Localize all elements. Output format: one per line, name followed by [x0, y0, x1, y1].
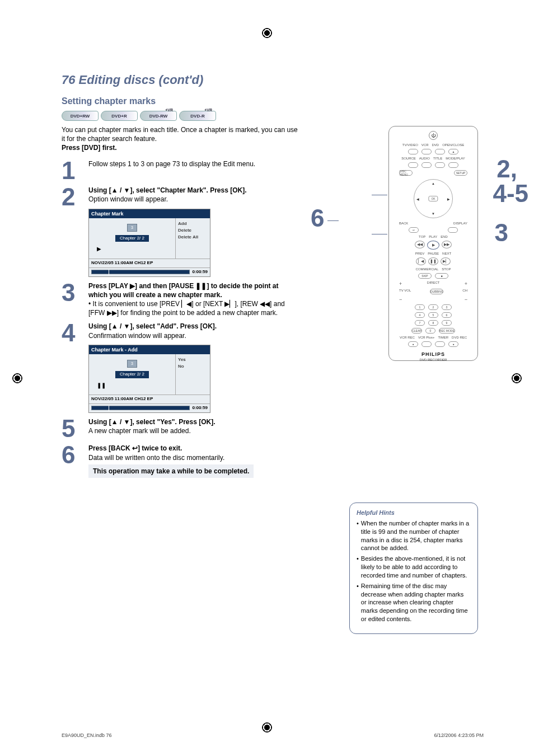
vcr-rec-button: ●: [408, 341, 418, 347]
step2-line2: Option window will appear.: [88, 195, 247, 204]
callout-2: 2,: [496, 158, 517, 180]
rew-button: ◀◀: [415, 241, 425, 248]
step5-line1: Using [▲ / ▼], select "Yes". Press [OK].: [88, 417, 216, 426]
dotted-divider: . . . . . . . . . . . . . . . . . . . . …: [62, 88, 484, 93]
num-1: 1: [415, 304, 425, 310]
remote-label: BACK: [399, 222, 408, 225]
step2-line1: Using [▲ / ▼], select "Chapter Mark". Pr…: [88, 186, 247, 195]
next-button: ▶▏: [441, 257, 451, 265]
minus-icon: −: [399, 297, 402, 302]
up-arrow-icon: ▲: [432, 182, 435, 185]
step-number-4: 4: [62, 322, 82, 412]
num-5: 5: [428, 312, 438, 318]
num-3: 3: [442, 304, 452, 310]
remote-label: VCR: [421, 143, 429, 147]
remote-label: VCR REC: [400, 336, 415, 339]
play-icon: ▶: [97, 245, 101, 253]
step-number-6: 6: [62, 444, 82, 478]
ok-button: OK: [428, 196, 438, 201]
hints-title: Helpful Hints: [357, 509, 471, 517]
num-8: 8: [428, 320, 438, 326]
remote-label: SOURCE: [401, 157, 416, 160]
num-0: 0: [425, 328, 435, 334]
step3-bullet-text: It is convenient to use [PREV ▏◀] or [NE…: [88, 300, 285, 317]
minus-icon: −: [465, 297, 467, 302]
remote-label: TOP: [419, 235, 425, 238]
step6-line2: Data will be written onto the disc momen…: [88, 453, 254, 462]
remote-label: MODE/PLAY: [446, 157, 465, 160]
remote-label: PAUSE: [428, 252, 439, 255]
badge-dvd-minus-rw: +VRDVD-RW: [140, 111, 177, 121]
left-arrow-icon: ◀: [416, 197, 419, 201]
footer-left: E9A90UD_EN.indb 76: [62, 732, 112, 738]
osd2-header: Chapter Mark - Add: [89, 345, 210, 354]
osd1-opt-delete: Delete: [178, 227, 208, 234]
osd1-info: NOV/22/05 11:00AM CH12 EP: [89, 259, 210, 267]
setup-button: SETUP: [454, 170, 467, 176]
osd2-info: NOV/22/05 11:00AM CH12 EP: [89, 395, 210, 403]
num-4: 4: [415, 312, 425, 318]
disc-type-badges: DVD+RW DVD+R +VRDVD-RW +VRDVD-R: [62, 111, 484, 121]
right-arrow-icon: ▶: [447, 197, 450, 201]
callout-6: 6: [311, 207, 324, 229]
pause-button: ❚❚: [428, 257, 438, 265]
remote-button: ▲: [448, 149, 458, 154]
remote-label: DIRECT: [427, 281, 439, 287]
remote-button: [408, 149, 418, 154]
pause-icon: ❚❚: [97, 382, 106, 389]
num-2: 2: [428, 304, 438, 310]
osd1-opt-add: Add: [178, 220, 208, 227]
dpad: OK ▲ ▼ ◀ ▶: [414, 179, 453, 218]
plus-icon: +: [465, 281, 467, 287]
recmode-button: REC MODE: [439, 328, 455, 334]
intro-press-dvd: Press [DVD] first.: [62, 143, 302, 152]
osd2-time: 0:00:59: [192, 405, 208, 411]
power-icon: ⏻: [429, 131, 438, 140]
operation-note: This operation may take a while to be co…: [88, 464, 254, 478]
vcrplus-button: [421, 341, 432, 347]
remote-label: TIMER: [438, 336, 448, 339]
callout-line: [372, 234, 387, 234]
step-number-3: 3: [62, 281, 82, 318]
display-button: [448, 227, 458, 233]
remote-label: OPEN/CLOSE: [442, 143, 464, 147]
crop-mark-icon: [262, 28, 272, 38]
osd1-chapter: Chapter 2/ 2: [115, 235, 149, 242]
remote-label: AUDIO: [419, 157, 430, 160]
prev-button: ▏◀: [416, 257, 426, 265]
skip-button: SKIP: [418, 273, 432, 279]
remote-label: DISPLAY: [453, 222, 467, 225]
hint-item: When the number of chapter marks in a ti…: [361, 519, 471, 552]
brand-subtitle: DVD RECORDER: [420, 358, 447, 361]
stop-button: ■: [435, 273, 448, 279]
step5-line2: A new chapter mark will be added.: [88, 426, 216, 435]
remote-button: [435, 162, 445, 168]
crop-mark-icon: [512, 373, 522, 383]
badge-dvd-plus-r: DVD+R: [101, 111, 138, 121]
remote-label: CH: [462, 289, 467, 294]
remote-button: [408, 162, 418, 168]
osd1-header: Chapter Mark: [89, 209, 210, 218]
vr-label: +VR: [204, 108, 212, 112]
dvd-rec-button: ●: [448, 341, 458, 347]
osd-chapter-mark: Chapter Mark 3 Chapter 2/ 2 ▶ Add Delete…: [88, 209, 210, 277]
num-6: 6: [442, 312, 452, 318]
badge-label: DVD-R: [190, 114, 204, 119]
step3-line1: Press [PLAY ▶] and then [PAUSE ❚❚] to de…: [88, 281, 297, 299]
remote-label: VCR Plus+: [418, 336, 435, 339]
hint-item: Besides the above-mentioned, it is not l…: [361, 555, 471, 580]
osd1-thumbnail: 3: [127, 224, 137, 232]
osd2-progress-bar: [91, 406, 190, 410]
plus-icon: +: [399, 281, 402, 287]
remote-label: TV/VIDEO: [402, 143, 418, 147]
badge-dvd-plus-rw: DVD+RW: [62, 111, 99, 121]
step4-line2: Confirmation window will appear.: [88, 331, 217, 340]
remote-illustration: ⏻ TV/VIDEO VCR DVD OPEN/CLOSE ▲ SOURCE A…: [388, 126, 478, 361]
num-7: 7: [415, 320, 425, 326]
crop-mark-icon: [12, 373, 22, 383]
intro-text: You can put chapter marks in each title.…: [62, 125, 302, 143]
remote-label: TITLE: [433, 157, 442, 160]
remote-label: DVD: [432, 143, 439, 147]
step3-bullet: • It is convenient to use [PREV ▏◀] or […: [88, 299, 297, 317]
osd2-opt-yes: Yes: [178, 356, 208, 363]
